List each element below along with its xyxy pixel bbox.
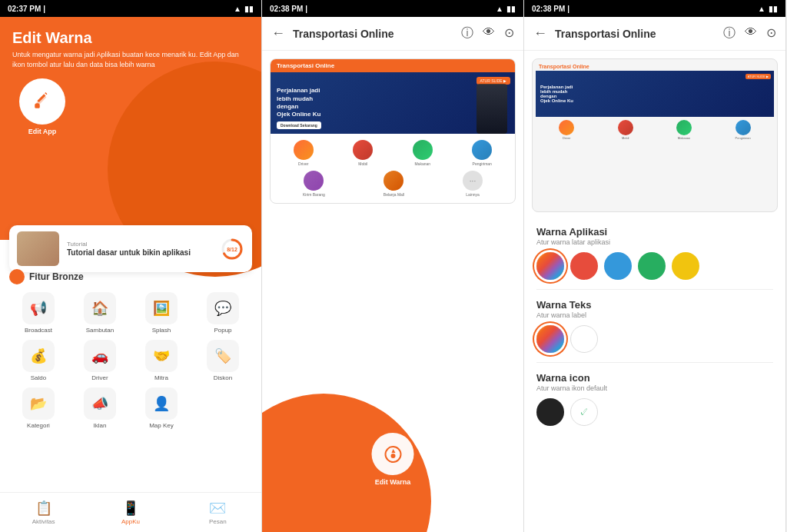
warna-teks-section: Warna Teks Atur warna label [524,293,785,359]
settings-icon-3[interactable]: ⊙ [766,25,776,42]
battery-icon: ▮▮ [244,5,254,13]
icon-item-lainnya: ··· Lainnya [463,171,483,197]
feature-sambutan[interactable]: 🏠 Sambutan [71,292,129,334]
preview-title-bar: Transportasi Online [271,59,515,72]
warna-aplikasi-colors [536,252,773,280]
paint-brush-icon [32,91,52,111]
mitra-icon: 🤝 [145,340,178,372]
status-icons-3: ▲ ▮▮ [758,5,778,13]
status-icons-2: ▲ ▮▮ [496,5,516,13]
divider-2 [536,362,773,363]
battery-icon-2: ▮▮ [506,5,516,13]
p3-app-preview: Transportasi Online Perjalanan jadilebih… [532,58,778,212]
bottom-nav-1: 📋 Aktivitas 📱 AppKu ✉️ Pesan [0,492,261,532]
back-button-2[interactable]: ← [271,25,285,42]
color-green[interactable] [638,252,666,280]
phone-1: 02:37 PM | ▲ ▮▮ Edit Warna Untuk mengatu… [0,0,262,532]
warna-icon-colors: ✓ [536,398,773,426]
tutorial-card[interactable]: Tutorial Tutorial dasar untuk bikin apli… [9,225,252,272]
broadcast-label: Broadcast [25,327,52,334]
warna-aplikasi-desc: Atur warna latar aplikasi [536,238,773,246]
p3-icon-1: Driver [559,120,574,140]
p3-circle-4 [736,120,751,135]
driver-icon-label: Driver [298,161,308,166]
status-time-3: 02:38 PM | [532,5,569,13]
icon-item-mobil: Mobil [353,140,373,166]
pengiriman-icon-label: Pengiriman [473,161,492,166]
feature-diskon[interactable]: 🏷️ Diskon [194,340,252,381]
feature-mitra[interactable]: 🤝 Mitra [132,340,191,381]
info-icon-3[interactable]: ⓘ [723,25,736,42]
preview-banner: Perjalanan jadilebih mudahdenganOjek Onl… [271,72,515,134]
edit-warna-desc: Sesuaikan warna aplikasi buatan kamu den… [326,387,480,404]
color-multicolor[interactable] [536,252,564,280]
phone-2: 02:38 PM | ▲ ▮▮ ← Transportasi Online ⓘ … [262,0,524,532]
icon-item-pengiriman: Pengiriman [472,140,492,166]
nav-pesan[interactable]: ✉️ Pesan [174,493,261,532]
color-yellow[interactable] [672,252,699,280]
p3-preview-icons: Driver Mobil Makanan Pengiriman [536,117,774,143]
phone2-header: ← Transportasi Online ⓘ 👁 ⊙ [262,17,523,51]
pesan-icon: ✉️ [209,500,226,517]
feature-saldo[interactable]: 💰 Saldo [9,340,68,381]
splash-icon: 🖼️ [145,292,178,324]
feature-kategori[interactable]: 📂 Kategori [9,387,68,429]
wifi-icon: ▲ [234,5,241,13]
color-blue[interactable] [604,252,632,280]
tutorial-subtitle: Tutorial dasar untuk bikin aplikasi [67,248,212,257]
belanja-circle [384,171,403,191]
feature-grid: 📢 Broadcast 🏠 Sambutan 🖼️ Splash 💬 Popup… [9,292,252,429]
preview-title: Transportasi Online [277,62,334,69]
nav-aktivitas[interactable]: 📋 Aktivitas [0,493,87,532]
status-time-1: 02:37 PM | [8,5,45,13]
color-red[interactable] [570,252,598,280]
p3-preview-title-bar: Transportasi Online [536,62,774,71]
phone-3: 02:38 PM | ▲ ▮▮ ← Transportasi Online ⓘ … [524,0,786,532]
warna-teks-title: Warna Teks [536,299,773,311]
diskon-icon: 🏷️ [207,340,239,372]
status-bar-1: 02:37 PM | ▲ ▮▮ [0,0,261,17]
icon-item-makanan: Makanan [413,140,433,166]
p1-header: Edit Warna Untuk mengatur warna jadi Apl… [0,17,261,69]
text-color-white[interactable] [570,325,598,353]
svg-point-3 [390,454,395,458]
icon-color-white[interactable]: ✓ [570,398,598,426]
diskon-label: Diskon [214,374,232,381]
p3-preview-banner: Perjalanan jadilebih mudahdenganOjek Onl… [536,71,774,117]
back-button-3[interactable]: ← [533,25,547,42]
warna-teks-desc: Atur warna label [536,311,773,319]
feature-mapkey[interactable]: 👤 Map Key [132,387,191,429]
feature-broadcast[interactable]: 📢 Broadcast [9,292,68,334]
eye-icon-2[interactable]: 👁 [483,25,495,42]
warna-icon-title: Warna icon [536,372,773,384]
info-icon-2[interactable]: ⓘ [461,25,473,42]
phone3-title: Transportasi Online [555,28,716,40]
eye-icon-3[interactable]: 👁 [745,25,757,42]
mitra-label: Mitra [154,374,168,381]
feature-popup[interactable]: 💬 Popup [194,292,252,334]
warna-aplikasi-title: Warna Aplikasi [536,226,773,238]
icon-color-black[interactable] [536,398,564,426]
driver-circle [294,140,314,160]
kategori-label: Kategori [27,422,50,429]
text-color-multicolor[interactable] [536,325,564,353]
makanan-icon-label: Makanan [414,161,430,166]
edit-warna-label: Edit Warna [375,478,411,486]
lainnya-icon-label: Lainnya [466,192,480,197]
feature-splash[interactable]: 🖼️ Splash [132,292,191,334]
saldo-label: Saldo [31,374,46,381]
feature-iklan[interactable]: 📣 Iklan [71,387,129,429]
p3-banner-text: Perjalanan jadilebih mudahdenganOjek Onl… [540,85,769,103]
warna-icon-desc: Atur warna ikon default [536,384,773,392]
p3-icon-label-2: Mobil [622,136,629,140]
warna-teks-colors [536,325,773,353]
warna-icon-section: Warna icon Atur warna ikon default ✓ [524,366,785,432]
feature-driver[interactable]: 🚗 Driver [71,340,129,381]
iklan-icon: 📣 [84,387,116,420]
more-circle: ··· [463,171,483,191]
settings-icon-2[interactable]: ⊙ [504,25,514,42]
edit-warna-button[interactable]: Sesuaikan warna aplikasi buatan kamu den… [372,433,414,486]
nav-appku[interactable]: 📱 AppKu [87,493,174,532]
kategori-icon: 📂 [22,387,55,420]
edit-app-button[interactable]: Edit App [15,78,69,135]
